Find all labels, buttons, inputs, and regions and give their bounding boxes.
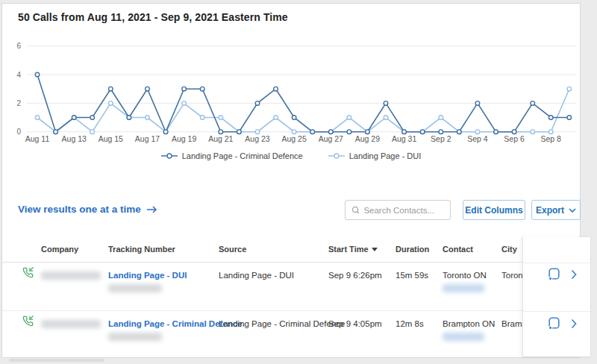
svg-text:Aug 29: Aug 29 [355,134,380,143]
search-contacts-input[interactable] [363,206,444,215]
calls-line-chart: 0246Aug 11Aug 13Aug 15Aug 17Aug 19Aug 21… [0,37,597,149]
duration-cell: 12m 8s [396,319,424,328]
horizontal-scrollbar[interactable] [9,359,104,362]
note-icon[interactable] [548,267,561,284]
svg-text:Sep 6: Sep 6 [504,134,525,143]
line-series-marker-icon [328,152,345,160]
edit-columns-label: Edit Columns [465,205,522,216]
tracking-phone-redacted [108,333,162,341]
column-header-start-time[interactable]: Start Time [328,245,378,254]
table-row[interactable]: Landing Page - Criminal Defence Landing … [2,311,522,357]
svg-text:Aug 25: Aug 25 [281,134,306,143]
search-icon [351,206,359,215]
duration-cell: 15m 59s [396,271,428,280]
svg-text:0: 0 [16,128,21,136]
city-cell: Toronto [501,271,522,280]
incoming-call-icon [22,267,34,280]
chart-legend: Landing Page - Criminal Defence Landing … [0,151,582,160]
call-report-page: 50 Calls from Aug 11, 2021 - Sep 9, 2021… [0,0,597,364]
pinned-actions-column [522,237,591,357]
page-title: 50 Calls from Aug 11, 2021 - Sep 9, 2021… [18,11,288,23]
incoming-call-icon [22,316,34,328]
svg-text:Aug 21: Aug 21 [208,134,233,143]
company-name-redacted [41,272,101,280]
svg-text:Aug 31: Aug 31 [392,134,416,143]
column-header-city[interactable]: City [501,245,517,254]
legend-item-criminal-defence[interactable]: Landing Page - Criminal Defence [161,151,303,160]
legend-label: Landing Page - DUI [349,151,422,160]
svg-text:4: 4 [16,71,21,79]
tracking-number-link[interactable]: Landing Page - DUI [108,271,187,280]
chevron-right-icon[interactable] [571,269,578,283]
svg-text:Aug 15: Aug 15 [99,134,123,143]
legend-label: Landing Page - Criminal Defence [182,151,303,160]
line-series-marker-icon [161,152,178,160]
svg-text:Aug 19: Aug 19 [172,134,196,143]
table-row[interactable]: Landing Page - DUI Landing Page - DUI Se… [2,263,522,311]
chevron-down-icon [569,208,576,213]
contact-phone-redacted [443,333,484,341]
arrow-right-icon [146,206,157,213]
note-icon[interactable] [548,316,561,333]
sort-descending-icon [372,248,378,251]
column-header-tracking-number[interactable]: Tracking Number [108,245,175,254]
start-time-cell: Sep 9 6:26pm [328,271,382,280]
svg-text:Sep 2: Sep 2 [431,134,451,143]
svg-text:Sep 8: Sep 8 [540,134,561,143]
export-button[interactable]: Export [531,200,581,220]
column-header-company[interactable]: Company [41,245,78,254]
view-results-label: View results one at a time [18,204,141,215]
start-time-cell: Sep 9 4:05pm [328,319,382,328]
svg-text:6: 6 [16,42,21,50]
chevron-right-icon[interactable] [571,318,578,332]
calls-table: Company Tracking Number Source Start Tim… [2,237,522,357]
contact-cell: Brampton ON [443,319,495,328]
column-header-duration[interactable]: Duration [396,245,429,254]
contact-phone-redacted [443,284,484,292]
svg-text:2: 2 [16,99,21,107]
source-cell: Landing Page - Criminal Defence [219,319,345,328]
svg-text:Aug 23: Aug 23 [245,134,269,143]
svg-text:Sep 4: Sep 4 [467,134,488,143]
source-cell: Landing Page - DUI [219,271,294,280]
column-header-source[interactable]: Source [219,245,246,254]
edit-columns-button[interactable]: Edit Columns [463,200,525,220]
table-header-row: Company Tracking Number Source Start Tim… [2,237,522,263]
export-label: Export [536,205,564,216]
legend-item-dui[interactable]: Landing Page - DUI [328,151,422,160]
svg-text:Aug 27: Aug 27 [319,134,343,143]
view-results-link[interactable]: View results one at a time [18,204,157,215]
tracking-phone-redacted [108,284,162,292]
company-name-redacted [41,320,101,328]
contact-cell: Toronto ON [443,271,487,280]
svg-text:Aug 13: Aug 13 [62,134,87,143]
search-contacts-box [345,200,451,220]
svg-text:Aug 11: Aug 11 [25,134,50,143]
svg-text:Aug 17: Aug 17 [135,134,160,143]
city-cell: Brampton [501,319,522,328]
column-header-contact[interactable]: Contact [443,245,473,254]
